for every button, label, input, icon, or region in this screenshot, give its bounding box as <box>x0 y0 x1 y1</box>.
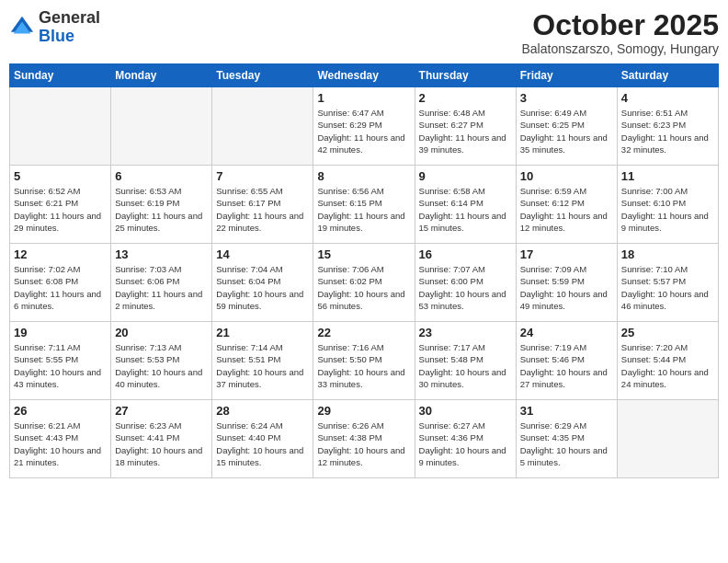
calendar-cell: 25Sunrise: 7:20 AM Sunset: 5:44 PM Dayli… <box>617 322 718 400</box>
calendar-cell: 14Sunrise: 7:04 AM Sunset: 6:04 PM Dayli… <box>212 244 313 322</box>
day-number: 29 <box>317 404 410 418</box>
calendar-cell: 4Sunrise: 6:51 AM Sunset: 6:23 PM Daylig… <box>617 87 718 166</box>
calendar-table: SundayMondayTuesdayWednesdayThursdayFrid… <box>9 63 719 478</box>
logo-icon <box>9 15 35 40</box>
day-info: Sunrise: 6:21 AM Sunset: 4:43 PM Dayligh… <box>14 419 107 468</box>
calendar-cell: 11Sunrise: 7:00 AM Sunset: 6:10 PM Dayli… <box>617 166 718 244</box>
day-info: Sunrise: 6:58 AM Sunset: 6:14 PM Dayligh… <box>419 185 512 234</box>
calendar-cell: 31Sunrise: 6:29 AM Sunset: 4:35 PM Dayli… <box>516 400 617 478</box>
calendar-cell: 5Sunrise: 6:52 AM Sunset: 6:21 PM Daylig… <box>10 166 111 244</box>
day-number: 22 <box>317 326 410 339</box>
subtitle: Balatonszarszo, Somogy, Hungary <box>521 41 719 56</box>
weekday-header-thursday: Thursday <box>415 64 516 87</box>
calendar-cell: 21Sunrise: 7:14 AM Sunset: 5:51 PM Dayli… <box>212 322 313 400</box>
day-info: Sunrise: 6:29 AM Sunset: 4:35 PM Dayligh… <box>520 419 613 468</box>
day-number: 21 <box>216 326 309 339</box>
day-number: 13 <box>115 247 208 261</box>
day-number: 31 <box>520 404 613 418</box>
day-number: 8 <box>317 169 410 183</box>
day-number: 6 <box>115 169 208 183</box>
calendar-cell: 27Sunrise: 6:23 AM Sunset: 4:41 PM Dayli… <box>111 400 212 478</box>
calendar-cell: 13Sunrise: 7:03 AM Sunset: 6:06 PM Dayli… <box>111 244 212 322</box>
day-info: Sunrise: 7:10 AM Sunset: 5:57 PM Dayligh… <box>621 263 714 312</box>
day-info: Sunrise: 6:56 AM Sunset: 6:15 PM Dayligh… <box>317 185 410 234</box>
calendar-cell: 6Sunrise: 6:53 AM Sunset: 6:19 PM Daylig… <box>111 166 212 244</box>
calendar-cell <box>617 400 718 478</box>
day-info: Sunrise: 7:07 AM Sunset: 6:00 PM Dayligh… <box>419 263 512 312</box>
day-number: 18 <box>621 247 714 261</box>
day-info: Sunrise: 7:03 AM Sunset: 6:06 PM Dayligh… <box>115 263 208 312</box>
day-number: 20 <box>115 326 208 339</box>
calendar-cell: 29Sunrise: 6:26 AM Sunset: 4:38 PM Dayli… <box>313 400 415 478</box>
title-block: October 2025 Balatonszarszo, Somogy, Hun… <box>521 9 719 56</box>
day-info: Sunrise: 7:20 AM Sunset: 5:44 PM Dayligh… <box>621 341 714 390</box>
weekday-header-wednesday: Wednesday <box>313 64 415 87</box>
day-info: Sunrise: 6:24 AM Sunset: 4:40 PM Dayligh… <box>216 419 309 468</box>
day-info: Sunrise: 6:23 AM Sunset: 4:41 PM Dayligh… <box>115 419 208 468</box>
day-number: 9 <box>419 169 512 183</box>
day-info: Sunrise: 7:02 AM Sunset: 6:08 PM Dayligh… <box>14 263 107 312</box>
day-info: Sunrise: 7:09 AM Sunset: 5:59 PM Dayligh… <box>520 263 613 312</box>
logo-general: General <box>39 8 100 27</box>
day-number: 1 <box>317 91 410 105</box>
day-info: Sunrise: 6:53 AM Sunset: 6:19 PM Dayligh… <box>115 185 208 234</box>
calendar-cell: 15Sunrise: 7:06 AM Sunset: 6:02 PM Dayli… <box>313 244 415 322</box>
day-number: 25 <box>621 326 714 339</box>
day-number: 12 <box>14 247 107 261</box>
day-info: Sunrise: 7:00 AM Sunset: 6:10 PM Dayligh… <box>621 185 714 234</box>
calendar-cell: 28Sunrise: 6:24 AM Sunset: 4:40 PM Dayli… <box>212 400 313 478</box>
calendar-cell: 10Sunrise: 6:59 AM Sunset: 6:12 PM Dayli… <box>516 166 617 244</box>
day-number: 24 <box>520 326 613 339</box>
calendar-cell: 8Sunrise: 6:56 AM Sunset: 6:15 PM Daylig… <box>313 166 415 244</box>
calendar-cell: 20Sunrise: 7:13 AM Sunset: 5:53 PM Dayli… <box>111 322 212 400</box>
page-header: General Blue October 2025 Balatonszarszo… <box>9 9 719 56</box>
day-info: Sunrise: 7:17 AM Sunset: 5:48 PM Dayligh… <box>419 341 512 390</box>
month-title: October 2025 <box>521 9 719 41</box>
day-number: 17 <box>520 247 613 261</box>
weekday-header-sunday: Sunday <box>10 64 111 87</box>
day-info: Sunrise: 6:52 AM Sunset: 6:21 PM Dayligh… <box>14 185 107 234</box>
day-number: 7 <box>216 169 309 183</box>
day-info: Sunrise: 7:14 AM Sunset: 5:51 PM Dayligh… <box>216 341 309 390</box>
calendar-week-row: 5Sunrise: 6:52 AM Sunset: 6:21 PM Daylig… <box>10 166 719 244</box>
calendar-cell: 12Sunrise: 7:02 AM Sunset: 6:08 PM Dayli… <box>10 244 111 322</box>
calendar-week-row: 26Sunrise: 6:21 AM Sunset: 4:43 PM Dayli… <box>10 400 719 478</box>
day-number: 30 <box>419 404 512 418</box>
weekday-header-friday: Friday <box>516 64 617 87</box>
day-number: 28 <box>216 404 309 418</box>
calendar-cell <box>212 87 313 166</box>
day-info: Sunrise: 7:04 AM Sunset: 6:04 PM Dayligh… <box>216 263 309 312</box>
calendar-cell <box>111 87 212 166</box>
calendar-cell: 26Sunrise: 6:21 AM Sunset: 4:43 PM Dayli… <box>10 400 111 478</box>
calendar-cell: 17Sunrise: 7:09 AM Sunset: 5:59 PM Dayli… <box>516 244 617 322</box>
logo-blue: Blue <box>39 27 74 45</box>
day-info: Sunrise: 6:59 AM Sunset: 6:12 PM Dayligh… <box>520 185 613 234</box>
calendar-cell: 7Sunrise: 6:55 AM Sunset: 6:17 PM Daylig… <box>212 166 313 244</box>
calendar-cell: 19Sunrise: 7:11 AM Sunset: 5:55 PM Dayli… <box>10 322 111 400</box>
day-info: Sunrise: 6:47 AM Sunset: 6:29 PM Dayligh… <box>317 107 410 155</box>
day-info: Sunrise: 6:48 AM Sunset: 6:27 PM Dayligh… <box>419 107 512 155</box>
calendar-cell: 16Sunrise: 7:07 AM Sunset: 6:00 PM Dayli… <box>415 244 516 322</box>
calendar-cell: 18Sunrise: 7:10 AM Sunset: 5:57 PM Dayli… <box>617 244 718 322</box>
calendar-cell: 2Sunrise: 6:48 AM Sunset: 6:27 PM Daylig… <box>415 87 516 166</box>
calendar-cell: 9Sunrise: 6:58 AM Sunset: 6:14 PM Daylig… <box>415 166 516 244</box>
day-info: Sunrise: 7:19 AM Sunset: 5:46 PM Dayligh… <box>520 341 613 390</box>
weekday-header-tuesday: Tuesday <box>212 64 313 87</box>
calendar-cell: 1Sunrise: 6:47 AM Sunset: 6:29 PM Daylig… <box>313 87 415 166</box>
calendar-cell: 30Sunrise: 6:27 AM Sunset: 4:36 PM Dayli… <box>415 400 516 478</box>
calendar-week-row: 12Sunrise: 7:02 AM Sunset: 6:08 PM Dayli… <box>10 244 719 322</box>
day-number: 10 <box>520 169 613 183</box>
calendar-week-row: 1Sunrise: 6:47 AM Sunset: 6:29 PM Daylig… <box>10 87 719 166</box>
day-number: 23 <box>419 326 512 339</box>
day-number: 4 <box>621 91 714 105</box>
day-number: 5 <box>14 169 107 183</box>
weekday-header-saturday: Saturday <box>617 64 718 87</box>
day-info: Sunrise: 6:49 AM Sunset: 6:25 PM Dayligh… <box>520 107 613 155</box>
day-number: 2 <box>419 91 512 105</box>
calendar-cell: 24Sunrise: 7:19 AM Sunset: 5:46 PM Dayli… <box>516 322 617 400</box>
weekday-header-monday: Monday <box>111 64 212 87</box>
day-info: Sunrise: 7:16 AM Sunset: 5:50 PM Dayligh… <box>317 341 410 390</box>
calendar-week-row: 19Sunrise: 7:11 AM Sunset: 5:55 PM Dayli… <box>10 322 719 400</box>
calendar-cell <box>10 87 111 166</box>
calendar-cell: 22Sunrise: 7:16 AM Sunset: 5:50 PM Dayli… <box>313 322 415 400</box>
